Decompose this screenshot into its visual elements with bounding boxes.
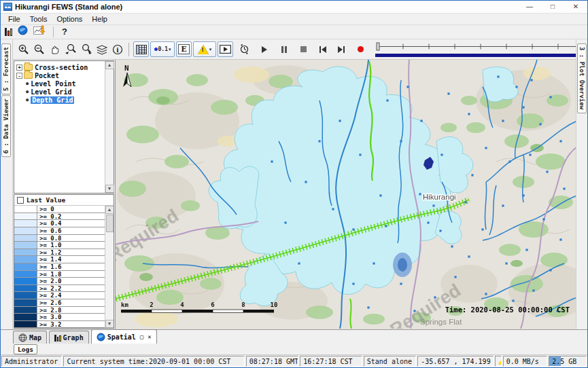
tab-forecast[interactable]: 5 : Forecast [1, 43, 11, 94]
scroll-up-icon[interactable]: ▲ [105, 206, 114, 214]
threshold-dropdown[interactable]: 0.1 ▾ [150, 41, 175, 57]
animation-settings-icon[interactable] [237, 41, 252, 57]
legend-row[interactable]: >= 0 [14, 206, 105, 213]
last-value-checkbox[interactable] [17, 197, 24, 204]
expand-icon[interactable]: + [16, 65, 22, 71]
legend-swatch [14, 206, 37, 213]
bullet-icon: ● [26, 97, 29, 103]
legend-row[interactable]: >= 2.8 [14, 307, 105, 314]
menu-help[interactable]: Help [88, 14, 111, 24]
legend-row[interactable]: >= 1.4 [14, 256, 105, 263]
bottom-tab-bar: Map Graph Spatial ▢ ✕ [1, 329, 587, 344]
legend-label: >= 2.8 [37, 307, 62, 314]
minimize-button[interactable]: — [518, 1, 541, 13]
legend-row[interactable]: >= 1.2 [14, 249, 105, 257]
legend-row[interactable]: >= 3.0 [14, 314, 105, 321]
toolbar-separator [53, 26, 54, 37]
zoom-out-icon[interactable] [31, 41, 47, 57]
folder-icon [24, 64, 33, 71]
spatial-map[interactable]: API Key Required API Key Required [115, 60, 576, 329]
scroll-down-icon[interactable]: ▼ [105, 185, 114, 193]
labels-button-glyph: E [178, 44, 189, 54]
folder-icon [24, 72, 33, 79]
legend-label: >= 3.2 [37, 321, 62, 328]
legend-row[interactable]: >= 3.2 [14, 321, 105, 329]
legend-row[interactable]: >= 2.0 [14, 278, 105, 285]
tab-close-icon[interactable]: ✕ [148, 333, 151, 340]
bullet-icon: ● [26, 81, 29, 86]
animation-window-button[interactable] [218, 41, 233, 57]
svg-text:4: 4 [180, 301, 184, 308]
app-icon [3, 3, 12, 11]
pause-button[interactable] [276, 41, 292, 57]
legend-row[interactable]: >= 1.6 [14, 263, 105, 271]
legend-label: >= 1.8 [37, 271, 62, 278]
profile-chart-icon[interactable] [33, 25, 45, 38]
labels-button[interactable]: E [176, 41, 192, 57]
status-user: Administrator [1, 356, 62, 367]
scroll-up-icon[interactable]: ▲ [105, 61, 114, 69]
map-canvas: API Key Required API Key Required [116, 60, 576, 329]
legend-row[interactable]: >= 2.6 [14, 299, 105, 307]
help-button[interactable]: ? [62, 26, 67, 37]
scroll-down-icon[interactable]: ▼ [105, 320, 114, 328]
step-forward-button[interactable] [333, 41, 349, 57]
timeline-slider[interactable] [375, 41, 588, 57]
step-back-button[interactable] [315, 41, 330, 57]
tab-plot-overview[interactable]: 3 : Plot Overview [577, 43, 587, 113]
pan-hand-icon[interactable] [47, 41, 63, 57]
legend-row[interactable]: >= 0.4 [14, 220, 105, 227]
legend-row[interactable]: >= 2.4 [14, 292, 105, 299]
maximize-button[interactable]: □ [541, 1, 564, 13]
tab-data-viewer[interactable]: 6 : Data Viewer [1, 95, 11, 157]
legend-label: >= 2.0 [37, 278, 62, 284]
menu-file[interactable]: File [4, 14, 24, 24]
status-mode: Stand alone [364, 356, 417, 367]
tab-graph[interactable]: Graph [49, 331, 89, 344]
legend-row[interactable]: >= 0.2 [14, 213, 105, 221]
tree-scrollbar[interactable]: ▲ ▼ [105, 61, 114, 193]
info-icon[interactable]: i [109, 41, 125, 57]
warnings-dropdown[interactable]: ▾ [193, 41, 216, 57]
map-display-icon[interactable] [18, 25, 28, 38]
layers-icon[interactable] [94, 41, 109, 57]
stop-button[interactable] [296, 41, 311, 57]
logs-button[interactable]: Logs [14, 344, 37, 354]
statistics-icon[interactable] [5, 27, 12, 36]
svg-text:N: N [124, 64, 129, 73]
scroll-thumb[interactable] [106, 215, 114, 232]
menu-options[interactable]: Options [52, 14, 86, 24]
legend-row[interactable]: >= 0.6 [14, 227, 105, 235]
logs-row: Logs [1, 344, 587, 355]
play-button[interactable] [256, 41, 272, 57]
left-tab-strip: 5 : Forecast 6 : Data Viewer [1, 39, 13, 329]
legend-label: >= 1.0 [37, 242, 62, 249]
legend-scrollbar[interactable]: ▲ ▼ [105, 206, 114, 328]
legend-row[interactable]: >= 1.0 [14, 242, 105, 249]
tree-item-level-point[interactable]: ● Level Point [16, 79, 105, 88]
close-button[interactable]: ✕ [564, 1, 587, 13]
legend-label: >= 0.2 [37, 213, 62, 220]
legend-swatch [14, 321, 37, 328]
legend-swatch [14, 263, 37, 270]
legend-row[interactable]: >= 0.8 [14, 235, 105, 242]
status-warning-cell[interactable] [495, 356, 502, 367]
menu-tools[interactable]: Tools [26, 14, 52, 24]
record-button[interactable] [353, 41, 368, 57]
grid-display-button[interactable] [133, 41, 149, 57]
tree-item-depth-grid[interactable]: ● Depth Grid [16, 96, 105, 104]
svg-text:8: 8 [241, 301, 245, 308]
tab-spatial[interactable]: Spatial ▢ ✕ [91, 329, 157, 344]
tree-item-pocket[interactable]: - Pocket [16, 71, 105, 79]
collapse-icon[interactable]: - [16, 73, 22, 79]
tree-item-level-grid[interactable]: ● Level Grid [16, 88, 105, 96]
legend-row[interactable]: >= 1.8 [14, 271, 105, 278]
zoom-previous-icon[interactable] [63, 41, 78, 57]
legend-row[interactable]: >= 2.2 [14, 285, 105, 293]
legend-label: >= 0.6 [37, 227, 62, 234]
zoom-next-icon[interactable] [78, 41, 94, 57]
zoom-in-icon[interactable] [16, 41, 31, 57]
town-label: Hikurangi [423, 193, 456, 201]
tab-map[interactable]: Map [13, 331, 47, 344]
tab-maximize-icon[interactable]: ▢ [140, 333, 143, 340]
